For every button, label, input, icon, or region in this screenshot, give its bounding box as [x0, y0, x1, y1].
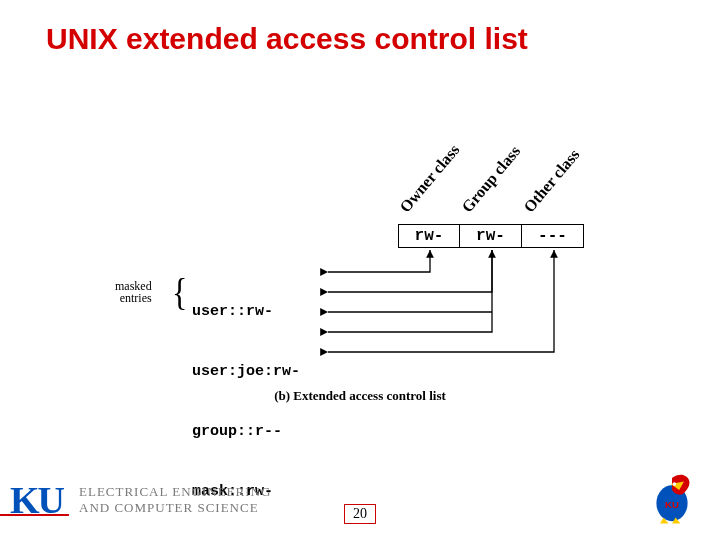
ku-logo: KU ELECTRICAL ENGINEERING AND COMPUTER S… — [10, 478, 271, 522]
masked-entries-label: masked entries — [115, 280, 152, 304]
other-class-label: Other class — [520, 146, 583, 216]
masked-l2: entries — [115, 292, 152, 304]
brace-icon: { — [172, 273, 187, 311]
permission-row: rw- rw- --- — [398, 224, 584, 248]
page-number: 20 — [344, 504, 376, 524]
acl-entry: group::r-- — [192, 422, 300, 442]
perm-owner-cell: rw- — [398, 224, 460, 248]
mascot-badge-text: KU — [665, 499, 679, 510]
svg-point-1 — [673, 482, 677, 486]
diagram-caption: (b) Extended access control list — [0, 388, 720, 404]
dept-line1: ELECTRICAL ENGINEERING — [79, 484, 271, 500]
department-name: ELECTRICAL ENGINEERING AND COMPUTER SCIE… — [79, 484, 271, 516]
jayhawk-icon: KU — [642, 466, 702, 526]
acl-entry: user:joe:rw- — [192, 362, 300, 382]
dept-line2: AND COMPUTER SCIENCE — [79, 500, 271, 516]
perm-other-cell: --- — [522, 224, 584, 248]
slide-footer: KU ELECTRICAL ENGINEERING AND COMPUTER S… — [0, 462, 720, 532]
group-class-label: Group class — [458, 142, 524, 216]
owner-class-label: Owner class — [396, 141, 463, 216]
perm-group-cell: rw- — [460, 224, 522, 248]
acl-diagram: Owner class Group class Other class rw- … — [0, 110, 720, 430]
page-title: UNIX extended access control list — [46, 22, 528, 56]
acl-entry: user::rw- — [192, 302, 300, 322]
arrow-overlay — [0, 110, 720, 430]
ku-wordmark: KU — [10, 478, 63, 522]
